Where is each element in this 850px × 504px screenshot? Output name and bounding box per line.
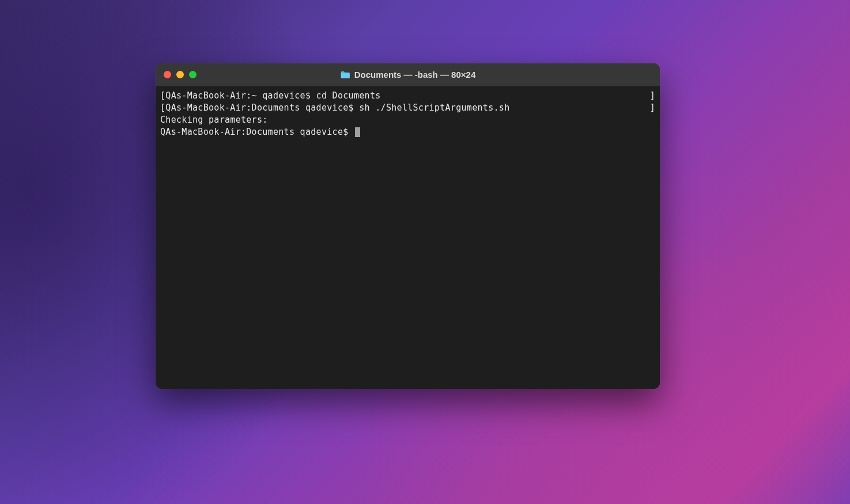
terminal-prompt: QAs-MacBook-Air:Documents qadevice$ — [160, 127, 354, 137]
terminal-text: ] — [650, 102, 655, 114]
terminal-text: [QAs-MacBook-Air:~ qadevice$ cd Document… — [160, 90, 381, 102]
window-title: Documents — -bash — 80×24 — [340, 70, 475, 79]
terminal-text: [QAs-MacBook-Air:Documents qadevice$ sh … — [160, 102, 510, 114]
terminal-line: [QAs-MacBook-Air:~ qadevice$ cd Document… — [160, 90, 655, 102]
terminal-window[interactable]: Documents — -bash — 80×24 [QAs-MacBook-A… — [156, 63, 660, 389]
close-button[interactable] — [164, 71, 171, 78]
folder-icon — [340, 71, 350, 79]
terminal-body[interactable]: [QAs-MacBook-Air:~ qadevice$ cd Document… — [156, 86, 660, 389]
minimize-button[interactable] — [176, 71, 184, 78]
terminal-line: [QAs-MacBook-Air:Documents qadevice$ sh … — [160, 102, 655, 114]
window-title-text: Documents — -bash — 80×24 — [354, 70, 475, 79]
cursor — [355, 127, 360, 137]
terminal-text: Checking parameters: — [160, 114, 268, 126]
titlebar[interactable]: Documents — -bash — 80×24 — [156, 63, 660, 86]
terminal-prompt-line: QAs-MacBook-Air:Documents qadevice$ — [160, 126, 655, 138]
terminal-line: Checking parameters: — [160, 114, 655, 126]
traffic-lights — [164, 71, 197, 78]
terminal-text: ] — [650, 90, 655, 102]
maximize-button[interactable] — [189, 71, 197, 78]
